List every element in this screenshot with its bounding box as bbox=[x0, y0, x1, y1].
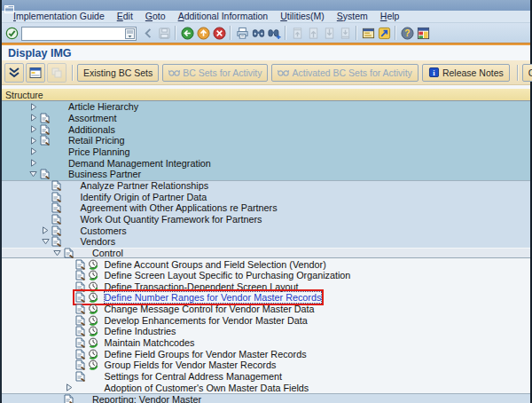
tree-item-label[interactable]: Control bbox=[92, 248, 123, 258]
img-doc-icon[interactable] bbox=[63, 394, 74, 403]
img-doc-icon[interactable] bbox=[51, 202, 62, 213]
img-activity-icon[interactable] bbox=[88, 337, 99, 348]
menu-item-utilities-m[interactable]: Utilities(M) bbox=[274, 11, 331, 22]
command-field[interactable] bbox=[21, 27, 137, 41]
tree-item-label[interactable]: Change Message Control for Vendor Master… bbox=[105, 304, 315, 314]
img-doc-icon[interactable] bbox=[75, 292, 86, 303]
collapse-arrow-icon[interactable] bbox=[28, 114, 38, 122]
command-history-icon[interactable] bbox=[125, 27, 135, 37]
img-activity-icon[interactable] bbox=[88, 281, 99, 292]
exit-icon[interactable] bbox=[195, 25, 211, 41]
find-next-icon[interactable] bbox=[266, 25, 282, 41]
menu-item-system[interactable]: System bbox=[331, 11, 374, 22]
help-icon[interactable]: ? bbox=[399, 25, 415, 41]
tree-item-label[interactable]: Vendors bbox=[81, 236, 116, 247]
tree-item-label[interactable]: Article Hierarchy bbox=[68, 101, 138, 112]
existing-bc-sets-button[interactable]: Existing BC Sets bbox=[77, 64, 159, 82]
tree-item-label[interactable]: Reporting: Vendor Master bbox=[92, 394, 201, 403]
back-icon[interactable] bbox=[179, 25, 195, 41]
new-session-icon[interactable] bbox=[360, 25, 376, 41]
menu-item-goto[interactable]: Goto bbox=[139, 11, 172, 22]
collapse-arrow-icon[interactable] bbox=[65, 383, 74, 391]
img-doc-icon[interactable] bbox=[39, 113, 50, 123]
tree-item-label[interactable]: Demand Management Integration bbox=[68, 158, 211, 169]
img-doc-icon[interactable] bbox=[75, 337, 86, 348]
display-structure-button[interactable] bbox=[26, 63, 45, 83]
img-activity-icon[interactable] bbox=[88, 349, 99, 360]
create-shortcut-icon[interactable] bbox=[376, 25, 392, 41]
print-icon[interactable] bbox=[234, 25, 250, 41]
tree-item-label[interactable]: Develop Enhancements for Vendor Master D… bbox=[105, 315, 308, 326]
img-activity-icon[interactable] bbox=[88, 292, 99, 303]
tree-item-label[interactable]: Define Field Groups for Vendor Master Re… bbox=[105, 349, 307, 360]
img-doc-icon[interactable] bbox=[51, 236, 62, 247]
tree-item-label[interactable]: Maintain Matchcodes bbox=[105, 337, 195, 348]
expand-arrow-icon[interactable] bbox=[52, 249, 62, 257]
img-doc-icon[interactable] bbox=[51, 192, 62, 202]
collapse-arrow-icon[interactable] bbox=[28, 125, 38, 133]
collapse-arrow-icon[interactable] bbox=[28, 137, 38, 145]
img-activity-icon[interactable] bbox=[88, 315, 99, 326]
img-activity-icon[interactable] bbox=[88, 360, 99, 370]
find-icon[interactable] bbox=[250, 25, 266, 41]
menu-item-implementation-guide[interactable]: Implementation Guide bbox=[7, 11, 111, 22]
img-doc-icon[interactable] bbox=[39, 169, 50, 179]
window-menu-icon[interactable] bbox=[4, 2, 15, 10]
tree-item-label[interactable]: Agreement with Other Applications re Par… bbox=[81, 202, 278, 213]
tree-item-label[interactable]: Work Out Quantity Framework for Partners bbox=[81, 214, 262, 225]
img-activity-icon[interactable] bbox=[88, 304, 99, 314]
tree-item-label[interactable]: Define Account Groups and Field Selectio… bbox=[105, 259, 326, 270]
img-doc-icon[interactable] bbox=[51, 180, 62, 191]
img-doc-icon[interactable] bbox=[75, 326, 86, 336]
collapse-arrow-icon[interactable] bbox=[28, 147, 38, 155]
tree-row: Adoption of Customer's Own Master Data F… bbox=[2, 382, 530, 393]
img-doc-icon[interactable] bbox=[75, 360, 86, 370]
expand-arrow-icon[interactable] bbox=[28, 170, 38, 178]
tree-item-label[interactable]: Customers bbox=[81, 225, 127, 236]
tree-item-label[interactable]: Additionals bbox=[68, 124, 115, 135]
img-doc-icon[interactable] bbox=[51, 214, 62, 225]
img-doc-icon[interactable] bbox=[39, 135, 50, 146]
collapse-arrow-icon[interactable] bbox=[41, 226, 51, 234]
img-doc-icon[interactable] bbox=[75, 259, 86, 270]
tree-item-label[interactable]: Define Number Ranges for Vendor Master R… bbox=[105, 292, 322, 303]
img-doc-icon[interactable] bbox=[75, 371, 86, 382]
cancel-icon[interactable] bbox=[211, 25, 227, 41]
tree-item-label[interactable]: Define Transaction-Dependent Screen Layo… bbox=[105, 281, 299, 292]
change-log-button[interactable]: Change Log bbox=[522, 64, 532, 82]
menu-item-edit[interactable]: Edit bbox=[111, 11, 139, 22]
tree-item-label[interactable]: Settings for Central Address Management bbox=[105, 371, 282, 382]
img-activity-icon[interactable] bbox=[88, 326, 99, 336]
tree-item-label[interactable]: Group Fields for Vendor Master Records bbox=[105, 360, 277, 370]
command-toggle-icon[interactable] bbox=[140, 25, 156, 41]
collapse-arrow-icon[interactable] bbox=[28, 103, 38, 111]
img-activity-icon[interactable] bbox=[88, 270, 99, 281]
tree-item-label[interactable]: Price Planning bbox=[68, 146, 130, 157]
img-doc-icon[interactable] bbox=[75, 281, 86, 292]
tree-item-label[interactable]: Define Industries bbox=[105, 326, 176, 336]
img-doc-icon[interactable] bbox=[51, 225, 62, 236]
img-doc-icon[interactable] bbox=[75, 304, 86, 314]
img-doc-icon[interactable] bbox=[75, 315, 86, 326]
collapse-arrow-icon[interactable] bbox=[28, 159, 38, 167]
menu-item-help[interactable]: Help bbox=[374, 11, 406, 22]
tree-item-label[interactable]: Analyze Partner Relationships bbox=[81, 180, 209, 191]
structure-header: Structure bbox=[2, 89, 530, 101]
menu-item-additional-information[interactable]: Additional Information bbox=[172, 11, 275, 22]
img-doc-icon[interactable] bbox=[75, 349, 86, 360]
img-doc-icon[interactable] bbox=[75, 270, 86, 281]
img-doc-icon[interactable] bbox=[63, 248, 74, 258]
img-activity-icon[interactable] bbox=[88, 259, 99, 270]
expand-arrow-icon[interactable] bbox=[41, 238, 51, 245]
release-notes-button[interactable]: iRelease Notes bbox=[422, 64, 510, 82]
tree-item-label[interactable]: Define Screen Layout Specific to Purchas… bbox=[105, 270, 351, 281]
customize-layout-icon[interactable] bbox=[415, 25, 431, 41]
img-doc-icon[interactable] bbox=[39, 124, 50, 135]
tree-item-label[interactable]: Adoption of Customer's Own Master Data F… bbox=[105, 383, 309, 393]
tree-item-label[interactable]: Identify Origin of Partner Data bbox=[81, 192, 207, 202]
tree-item-label[interactable]: Business Partner bbox=[68, 169, 141, 179]
enter-icon[interactable] bbox=[4, 25, 20, 41]
tree-item-label[interactable]: Retail Pricing bbox=[68, 135, 125, 146]
tree-item-label[interactable]: Assortment bbox=[68, 113, 117, 123]
expand-hierarchy-button[interactable] bbox=[4, 63, 24, 83]
